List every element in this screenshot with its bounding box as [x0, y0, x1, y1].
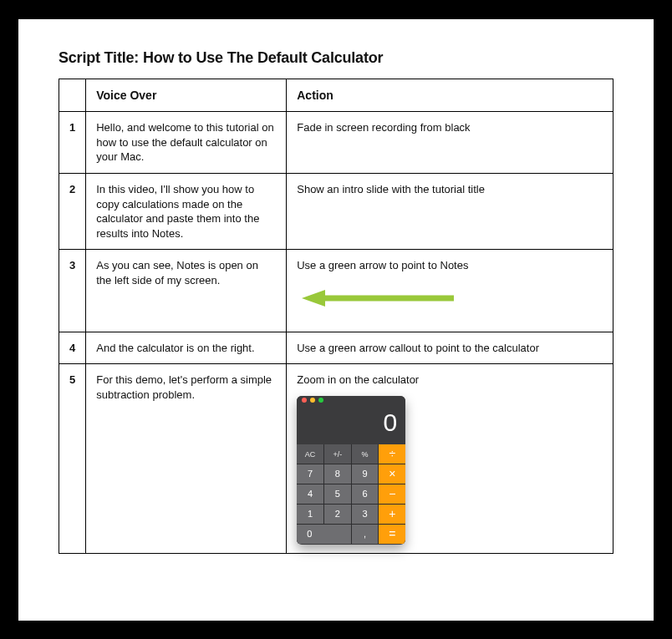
calc-btn-6: 6 [352, 484, 379, 504]
close-icon [302, 398, 307, 403]
window-traffic-lights [297, 396, 405, 404]
calculator-screenshot: 0 AC +/- % ÷ 7 8 9 × 4 5 6 [297, 396, 405, 545]
script-table: Voice Over Action 1 Hello, and welcome t… [59, 79, 613, 555]
calc-btn-2: 2 [324, 505, 351, 524]
action-text: Zoom in on the calculator [297, 373, 419, 386]
table-row: 4 And the calculator is on the right. Us… [59, 332, 613, 364]
action-cell: Show an intro slide with the tutorial ti… [287, 174, 613, 250]
row-num: 1 [59, 112, 86, 174]
header-voice-over: Voice Over [86, 79, 287, 112]
minimize-icon [310, 398, 315, 403]
table-header-row: Voice Over Action [59, 79, 613, 112]
action-text: Use a green arrow to point to Notes [297, 259, 468, 271]
action-cell: Use a green arrow callout to point to th… [287, 332, 613, 364]
calc-btn-multiply: × [379, 464, 405, 484]
page-title: Script Title: How to Use The Default Cal… [59, 49, 613, 67]
row-num: 2 [59, 174, 86, 250]
row-num: 5 [59, 364, 86, 554]
row-num: 4 [59, 332, 86, 364]
header-num [59, 79, 86, 112]
calc-btn-9: 9 [352, 464, 379, 484]
calc-btn-0: 0 [297, 525, 351, 544]
calc-btn-1: 1 [297, 505, 323, 524]
arrow-left-icon [297, 288, 456, 308]
voice-over-cell: For this demo, let's perform a simple su… [86, 364, 287, 554]
calc-btn-5: 5 [324, 484, 351, 504]
calc-btn-decimal: , [352, 525, 379, 544]
calc-keypad: AC +/- % ÷ 7 8 9 × 4 5 6 − 1 [297, 444, 405, 544]
table-row: 2 In this video, I'll show you how to co… [59, 174, 613, 250]
svg-marker-1 [302, 290, 325, 307]
voice-over-cell: Hello, and welcome to this tutorial on h… [86, 112, 287, 174]
document-sheet: Script Title: How to Use The Default Cal… [18, 19, 654, 621]
maximize-icon [318, 398, 323, 403]
calc-btn-percent: % [352, 444, 379, 464]
header-action: Action [287, 79, 613, 112]
voice-over-cell: In this video, I'll show you how to copy… [86, 174, 287, 250]
action-cell: Fade in screen recording from black [287, 112, 613, 174]
action-cell: Zoom in on the calculator 0 AC +/- % [287, 364, 613, 554]
voice-over-cell: As you can see, Notes is open on the lef… [86, 250, 287, 332]
table-row: 1 Hello, and welcome to this tutorial on… [59, 112, 613, 174]
calc-btn-equals: = [379, 525, 405, 544]
calc-display: 0 [297, 404, 405, 445]
table-row: 3 As you can see, Notes is open on the l… [59, 250, 613, 332]
green-arrow-callout [297, 288, 603, 308]
calc-btn-3: 3 [352, 505, 379, 524]
action-cell: Use a green arrow to point to Notes [287, 250, 613, 332]
calc-btn-4: 4 [297, 484, 323, 504]
row-num: 3 [59, 250, 86, 332]
calc-btn-divide: ÷ [379, 444, 405, 464]
calc-btn-8: 8 [324, 464, 351, 484]
calc-btn-ac: AC [297, 444, 323, 464]
calc-btn-add: + [379, 505, 405, 524]
voice-over-cell: And the calculator is on the right. [86, 332, 287, 364]
calc-btn-sign: +/- [324, 444, 351, 464]
table-row: 5 For this demo, let's perform a simple … [59, 364, 613, 554]
calc-btn-7: 7 [297, 464, 323, 484]
calc-btn-subtract: − [379, 484, 405, 504]
